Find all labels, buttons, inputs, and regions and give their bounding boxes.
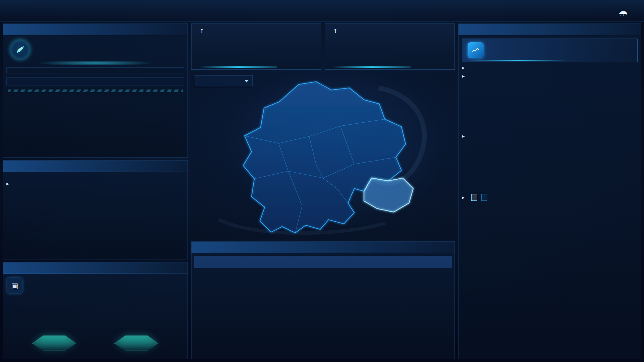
triangle-icon: ▶ — [6, 182, 9, 186]
panel-corner-icon — [195, 245, 199, 249]
chart-line-icon — [468, 42, 484, 58]
map-svg — [191, 72, 455, 239]
funds-header — [459, 24, 641, 35]
dashboard-screen: ☁∕ ∕ ∕ — [0, 0, 644, 362]
dining-header — [3, 161, 187, 172]
dining-counters — [3, 172, 187, 179]
panel-basic-info — [3, 23, 188, 158]
triangle-icon: ▶ — [462, 195, 465, 200]
triangle-icon: ▶ — [462, 134, 465, 138]
panel-funds: ▶ ▶ — [458, 23, 641, 359]
panel-dining: ▶ — [3, 160, 188, 259]
balance-rank-header: ▶ — [459, 63, 641, 72]
transactions-header — [192, 242, 454, 253]
consume-chart — [463, 141, 636, 190]
toggle-recharge-amount[interactable] — [471, 194, 477, 201]
recharge-chart — [463, 81, 636, 130]
hexagon-platform-icon — [32, 336, 76, 351]
right-column: ▶ ▶ — [458, 23, 641, 359]
city-rank-list — [459, 202, 641, 206]
region-map — [191, 72, 455, 239]
consume-summary-card: ↑ — [325, 23, 455, 70]
city-rank-header: ▶ — [459, 192, 641, 202]
left-column: ▶ ▣ — [3, 23, 188, 359]
panel-corner-icon — [6, 27, 11, 32]
triangle-icon: ▶ — [462, 66, 465, 70]
meal-ratio-header: ▶ — [3, 179, 187, 188]
center-column: ↑ — [191, 23, 455, 359]
devices-header — [3, 262, 187, 274]
decor-dashes — [8, 89, 183, 92]
panel-corner-icon — [6, 164, 11, 168]
rain-icon: ∕ ∕ ∕ — [621, 13, 627, 16]
school-types — [6, 67, 184, 73]
transactions-table-header — [194, 256, 452, 268]
glow-platform — [12, 61, 179, 65]
online-pedestal — [32, 334, 76, 354]
people-stats — [6, 77, 184, 85]
map-highlight-region — [364, 178, 413, 212]
up-arrow-icon: ↑ — [200, 28, 204, 34]
school-icon — [10, 40, 30, 59]
device-icon: ▣ — [7, 278, 22, 293]
offline-pedestal — [114, 334, 159, 354]
devices-summary: ▣ — [3, 274, 187, 293]
school-filter-dropdown[interactable] — [194, 75, 253, 87]
recharge-summary-card: ↑ — [191, 23, 321, 70]
header: ☁∕ ∕ ∕ — [0, 0, 644, 21]
hexagon-platform-icon — [114, 336, 159, 351]
panel-corner-icon — [462, 27, 466, 32]
consume-chart-header: ▶ — [459, 132, 641, 140]
panel-devices: ▣ — [3, 262, 188, 359]
weather-icon: ☁∕ ∕ ∕ — [619, 6, 628, 15]
panel-transactions — [191, 241, 455, 359]
toggle-consume-amount[interactable] — [481, 194, 487, 201]
transactions-table — [192, 253, 454, 359]
main-grid: ▶ ▣ — [0, 21, 644, 362]
triangle-icon: ▶ — [462, 74, 465, 78]
device-stats — [26, 285, 183, 287]
basic-info-header — [3, 24, 187, 35]
panel-corner-icon — [6, 266, 11, 270]
map-outer-boundary — [243, 82, 406, 233]
chevron-down-icon — [245, 80, 249, 82]
recharge-chart-header: ▶ — [459, 72, 641, 80]
school-summary-row — [3, 35, 187, 61]
summary-cards: ↑ — [191, 23, 455, 70]
header-right: ☁∕ ∕ ∕ — [604, 6, 635, 15]
up-arrow-icon: ↑ — [333, 28, 337, 34]
device-pedestals — [3, 293, 187, 359]
balance-card — [462, 39, 638, 62]
